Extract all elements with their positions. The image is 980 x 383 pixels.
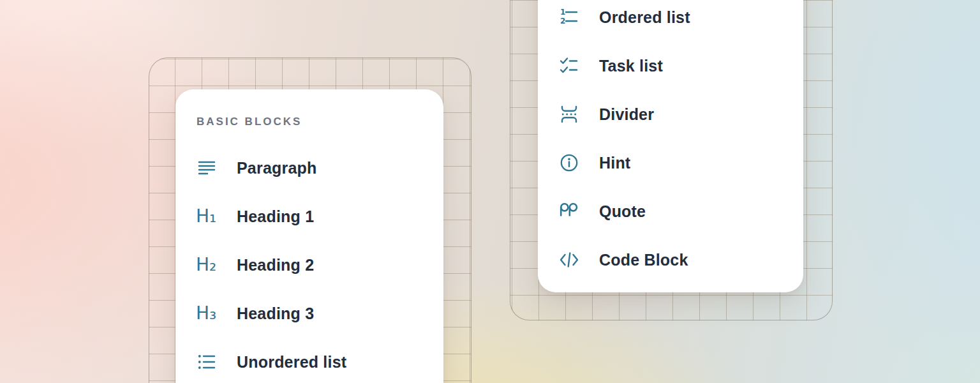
menu-item-task-list[interactable]: Task list xyxy=(558,53,794,79)
menu-item-label: Code Block xyxy=(599,251,688,269)
unordered-list-icon xyxy=(196,351,218,373)
divider-icon xyxy=(558,103,580,125)
menu-item-heading-3[interactable]: H₃ Heading 3 xyxy=(196,301,434,326)
hint-icon xyxy=(558,152,580,174)
menu-item-label: Task list xyxy=(599,57,663,75)
menu-item-label: Heading 3 xyxy=(237,304,314,323)
menu-item-heading-2[interactable]: H₂ Heading 2 xyxy=(196,252,434,278)
task-list-icon xyxy=(558,55,580,77)
menu-item-quote[interactable]: Quote xyxy=(558,199,794,224)
menu-item-label: Unordered list xyxy=(237,353,346,372)
menu-item-divider[interactable]: Divider xyxy=(558,101,794,127)
menu-item-label: Heading 2 xyxy=(237,256,314,274)
section-title: BASIC BLOCKS xyxy=(197,116,302,128)
svg-text:1: 1 xyxy=(560,8,565,17)
ordered-list-icon: 1 2 xyxy=(558,6,580,28)
heading-2-icon: H₂ xyxy=(196,254,218,276)
svg-text:2: 2 xyxy=(560,17,565,26)
menu-item-code-block[interactable]: Code Block xyxy=(558,247,794,273)
menu-item-label: Quote xyxy=(599,202,646,221)
menu-item-label: Divider xyxy=(599,105,654,124)
menu-item-label: Ordered list xyxy=(599,8,690,27)
menu-item-hint[interactable]: Hint xyxy=(558,150,794,176)
menu-item-heading-1[interactable]: H₁ Heading 1 xyxy=(196,204,434,229)
menu-item-label: Paragraph xyxy=(237,159,316,177)
quote-icon xyxy=(558,200,580,222)
menu-item-ordered-list[interactable]: 1 2 Ordered list xyxy=(558,4,794,30)
menu-item-paragraph[interactable]: Paragraph xyxy=(196,155,434,181)
blocks-menu-continued: 1 2 Ordered list Task list xyxy=(538,0,803,292)
heading-1-icon: H₁ xyxy=(196,206,218,227)
menu-item-label: Heading 1 xyxy=(237,207,314,226)
menu-item-label: Hint xyxy=(599,154,630,172)
heading-3-icon: H₃ xyxy=(196,303,218,324)
paragraph-icon xyxy=(196,157,218,179)
code-block-icon xyxy=(558,249,580,271)
editor-blocks-illustration: BASIC BLOCKS Paragraph H₁ Heading 1 H₂ xyxy=(0,0,980,383)
basic-blocks-menu: BASIC BLOCKS Paragraph H₁ Heading 1 H₂ xyxy=(175,89,443,383)
menu-item-unordered-list[interactable]: Unordered list xyxy=(196,349,434,375)
